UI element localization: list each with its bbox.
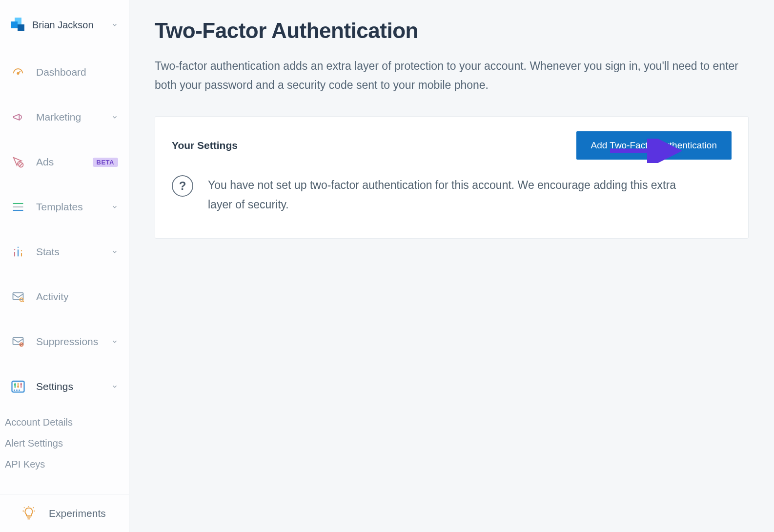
chevron-down-icon — [111, 383, 118, 390]
sidebar-item-label: Marketing — [36, 111, 101, 123]
subnav-item-api-keys[interactable]: API Keys — [5, 454, 129, 475]
account-avatar — [11, 18, 25, 32]
megaphone-icon — [11, 110, 25, 124]
svg-point-25 — [20, 383, 22, 385]
sidebar-item-suppressions[interactable]: Suppressions — [0, 319, 129, 364]
sidebar-item-label: Activity — [36, 291, 118, 303]
templates-icon — [11, 200, 25, 214]
sidebar-item-label: Suppressions — [36, 336, 101, 348]
sidebar-item-label: Dashboard — [36, 66, 118, 78]
add-two-factor-button[interactable]: Add Two-Factor Authentication — [576, 131, 732, 160]
svg-point-11 — [18, 247, 19, 248]
main-content: Two-Factor Authentication Two-factor aut… — [129, 0, 774, 532]
gauge-icon — [11, 65, 25, 80]
svg-line-32 — [24, 507, 24, 508]
envelope-search-icon — [11, 289, 25, 304]
sliders-icon — [11, 379, 25, 394]
sidebar-nav: Dashboard Marketing Ads BETA — [0, 50, 129, 494]
sidebar-item-marketing[interactable]: Marketing — [0, 95, 129, 140]
svg-point-10 — [14, 249, 15, 250]
status-row: ? You have not set up two-factor authent… — [172, 175, 732, 215]
svg-rect-26 — [14, 389, 15, 391]
sidebar-item-dashboard[interactable]: Dashboard — [0, 50, 129, 95]
svg-rect-28 — [19, 389, 20, 391]
sidebar-item-label: Ads — [36, 156, 82, 168]
chevron-down-icon — [111, 21, 118, 28]
chevron-down-icon — [111, 204, 118, 210]
svg-rect-13 — [13, 293, 23, 300]
sidebar-item-label: Settings — [36, 381, 101, 392]
svg-line-33 — [33, 507, 34, 508]
card-header: Your Settings Add Two-Factor Authenticat… — [172, 131, 732, 160]
settings-subnav: Account Details Alert Settings API Keys — [0, 409, 129, 480]
subnav-item-alert-settings[interactable]: Alert Settings — [5, 433, 129, 454]
svg-point-21 — [14, 384, 16, 386]
cursor-blocked-icon — [11, 155, 25, 169]
svg-point-12 — [21, 250, 22, 251]
page-description: Two-factor authentication adds an extra … — [155, 57, 749, 95]
sidebar: Brian Jackson Dashboard Marketing — [0, 0, 129, 532]
sidebar-item-label: Experiments — [49, 508, 129, 519]
sidebar-item-experiments[interactable]: Experiments — [0, 494, 129, 532]
sidebar-item-settings[interactable]: Settings — [0, 364, 129, 409]
chevron-down-icon — [111, 114, 118, 121]
subnav-item-account-details[interactable]: Account Details — [5, 412, 129, 433]
beta-badge: BETA — [93, 158, 118, 167]
chevron-down-icon — [111, 338, 118, 345]
svg-rect-27 — [16, 389, 18, 391]
sidebar-item-label: Stats — [36, 246, 101, 258]
page-title: Two-Factor Authentication — [155, 19, 749, 43]
envelope-blocked-icon — [11, 334, 25, 349]
sidebar-item-stats[interactable]: Stats — [0, 229, 129, 274]
sidebar-item-label: Templates — [36, 201, 101, 213]
chevron-down-icon — [111, 248, 118, 255]
status-text: You have not set up two-factor authentic… — [208, 175, 696, 215]
settings-card: Your Settings Add Two-Factor Authenticat… — [155, 116, 749, 239]
svg-point-23 — [17, 386, 19, 388]
card-title: Your Settings — [172, 140, 238, 151]
account-switcher[interactable]: Brian Jackson — [0, 18, 129, 50]
account-name: Brian Jackson — [32, 20, 104, 31]
sidebar-item-activity[interactable]: Activity — [0, 274, 129, 319]
sidebar-item-ads[interactable]: Ads BETA — [0, 140, 129, 184]
svg-line-3 — [20, 164, 22, 166]
sidebar-item-templates[interactable]: Templates — [0, 184, 129, 229]
question-icon: ? — [172, 175, 193, 197]
bar-chart-icon — [11, 245, 25, 259]
lightbulb-icon — [21, 506, 36, 521]
svg-rect-16 — [13, 338, 23, 345]
svg-line-15 — [22, 301, 23, 302]
